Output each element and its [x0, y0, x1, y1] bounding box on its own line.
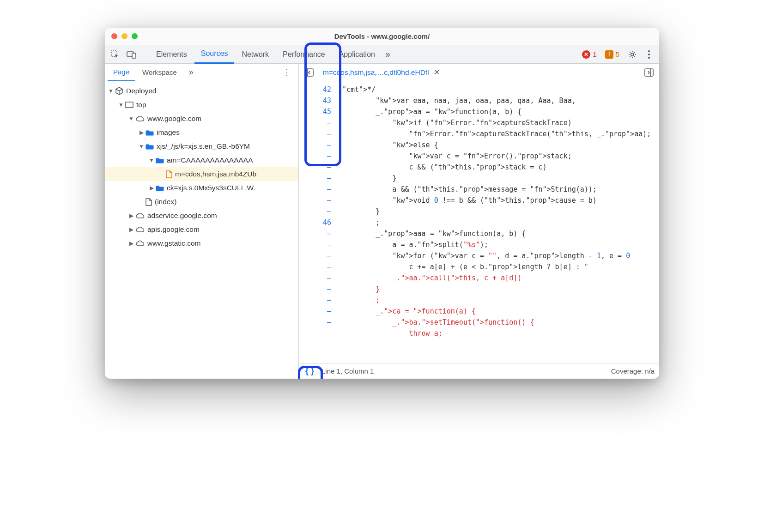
- line-gutter[interactable]: 424345–––––––––46–––––––––: [299, 81, 340, 363]
- close-tab-icon[interactable]: ✕: [434, 68, 440, 77]
- tree-row[interactable]: ▼www.google.com: [105, 112, 298, 126]
- file-icon: [166, 170, 172, 178]
- folder-icon: [156, 157, 164, 163]
- main-toolbar: Elements Sources Network Performance App…: [105, 45, 659, 64]
- tree-row[interactable]: ▼top: [105, 98, 298, 112]
- tree-row[interactable]: m=cdos,hsm,jsa,mb4ZUb: [105, 167, 298, 181]
- traffic-lights: [105, 33, 138, 39]
- folder-icon: [146, 129, 154, 136]
- settings-icon[interactable]: [625, 47, 640, 62]
- panel-tabs: Elements Sources Network Performance App…: [150, 45, 393, 64]
- warning-count-value: 5: [616, 50, 619, 58]
- frame-icon: [125, 102, 133, 108]
- minimize-window-button[interactable]: [121, 33, 127, 39]
- svg-rect-7: [126, 102, 133, 108]
- tree-label: apis.google.com: [147, 225, 200, 234]
- svg-point-6: [648, 57, 650, 59]
- tree-label: images: [157, 128, 180, 137]
- caret-right-icon: ▶: [128, 212, 134, 219]
- close-window-button[interactable]: [111, 33, 117, 39]
- editor-tabs: m=cdos,hsm,jsa,…c,dtl0hd,eHDfl ✕: [299, 64, 659, 81]
- side-tab-page[interactable]: Page: [108, 64, 135, 81]
- doc-icon: [146, 198, 152, 206]
- caret-right-icon: ▶: [138, 129, 145, 136]
- folder-icon: [146, 143, 154, 150]
- cursor-position: Line 1, Column 1: [321, 367, 374, 375]
- tree-label: (index): [155, 198, 176, 206]
- code-area[interactable]: "cmt">*/ "kw">var eaa, naa, jaa, oaa, pa…: [340, 81, 659, 363]
- sidebar: Page Workspace » ⋮ ▼ Deployed ▼top▼www.g…: [105, 64, 299, 379]
- device-toggle-icon[interactable]: [124, 47, 139, 62]
- warning-icon: !: [605, 50, 613, 59]
- cloud-icon: [135, 226, 145, 233]
- cloud-icon: [135, 115, 145, 122]
- svg-point-5: [648, 54, 650, 55]
- warning-count[interactable]: ! 5: [601, 50, 623, 59]
- content-area: Page Workspace » ⋮ ▼ Deployed ▼top▼www.g…: [105, 64, 659, 379]
- tree-row[interactable]: (index): [105, 195, 298, 209]
- file-tab-name: m=cdos,hsm,jsa,…c,dtl0hd,eHDfl: [323, 68, 429, 77]
- devtools-window: DevTools - www.google.com/ Elements Sour…: [105, 28, 659, 379]
- divider: [143, 49, 143, 60]
- open-file-tab[interactable]: m=cdos,hsm,jsa,…c,dtl0hd,eHDfl ✕: [319, 64, 443, 81]
- tree-row[interactable]: ▶apis.google.com: [105, 223, 298, 236]
- svg-point-3: [631, 53, 634, 56]
- tree-label: www.gstatic.com: [147, 239, 200, 248]
- caret-down-icon: ▼: [108, 88, 114, 94]
- editor-pane: m=cdos,hsm,jsa,…c,dtl0hd,eHDfl ✕ 424345–…: [299, 64, 659, 379]
- sidebar-tabs: Page Workspace » ⋮: [105, 64, 298, 81]
- tree-label: ck=xjs.s.0Mx5ys3sCUI.L.W.: [167, 184, 255, 192]
- caret-down-icon: ▼: [148, 157, 155, 163]
- tree-row[interactable]: ▶adservice.google.com: [105, 209, 298, 223]
- window-title: DevTools - www.google.com/: [105, 32, 659, 40]
- caret-right-icon: ▶: [128, 240, 134, 247]
- file-tree: ▼ Deployed ▼top▼www.google.com▶images▼xj…: [105, 81, 298, 379]
- folder-icon: [156, 185, 164, 191]
- more-tabs-icon[interactable]: »: [382, 45, 393, 64]
- tree-root[interactable]: ▼ Deployed: [105, 84, 298, 98]
- tree-label: am=CAAAAAAAAAAAAAA: [167, 156, 253, 164]
- side-kebab-icon[interactable]: ⋮: [278, 67, 296, 78]
- caret-right-icon: ▶: [128, 226, 134, 233]
- svg-rect-2: [132, 53, 136, 58]
- tree-row[interactable]: ▶www.gstatic.com: [105, 236, 298, 250]
- tab-network[interactable]: Network: [235, 45, 275, 64]
- error-count[interactable]: ✕ 1: [579, 50, 599, 59]
- tree-row[interactable]: ▶ck=xjs.s.0Mx5ys3sCUI.L.W.: [105, 181, 298, 195]
- tree-label: www.google.com: [147, 115, 201, 123]
- editor-body: 424345–––––––––46––––––––– "cmt">*/ "kw"…: [299, 81, 659, 363]
- tab-performance[interactable]: Performance: [276, 45, 332, 64]
- caret-down-icon: ▼: [128, 115, 134, 122]
- deployed-icon: [115, 87, 123, 95]
- tab-application[interactable]: Application: [333, 45, 382, 64]
- titlebar: DevTools - www.google.com/: [105, 28, 659, 45]
- tree-label: m=cdos,hsm,jsa,mb4ZUb: [175, 170, 256, 178]
- tree-label: xjs/_/js/k=xjs.s.en_GB.-b6YM: [157, 142, 250, 151]
- tree-label: Deployed: [126, 87, 157, 95]
- coverage-status: Coverage: n/a: [611, 367, 655, 375]
- tab-elements[interactable]: Elements: [150, 45, 194, 64]
- tree-row[interactable]: ▶images: [105, 126, 298, 139]
- tree-label: top: [136, 101, 146, 109]
- caret-right-icon: ▶: [148, 185, 155, 191]
- tree-row[interactable]: ▼am=CAAAAAAAAAAAAAA: [105, 153, 298, 167]
- cloud-icon: [135, 240, 145, 247]
- side-tab-workspace[interactable]: Workspace: [137, 64, 182, 81]
- svg-point-4: [648, 50, 650, 52]
- cloud-icon: [135, 212, 145, 219]
- tree-row[interactable]: ▼xjs/_/js/k=xjs.s.en_GB.-b6YM: [105, 139, 298, 153]
- tab-sources[interactable]: Sources: [194, 45, 235, 64]
- error-count-value: 1: [593, 50, 596, 58]
- tree-label: adservice.google.com: [147, 212, 217, 220]
- zoom-window-button[interactable]: [132, 33, 138, 39]
- toggle-debugger-icon[interactable]: [642, 68, 656, 77]
- caret-down-icon: ▼: [118, 102, 124, 108]
- kebab-menu-icon[interactable]: [642, 47, 656, 62]
- inspect-icon[interactable]: [108, 47, 122, 62]
- pretty-print-button[interactable]: { }: [303, 366, 316, 376]
- toggle-navigator-icon[interactable]: [302, 68, 316, 77]
- side-more-icon[interactable]: »: [186, 67, 196, 77]
- error-icon: ✕: [582, 50, 590, 59]
- status-bar: { } Line 1, Column 1 Coverage: n/a: [299, 363, 659, 379]
- caret-down-icon: ▼: [138, 143, 145, 150]
